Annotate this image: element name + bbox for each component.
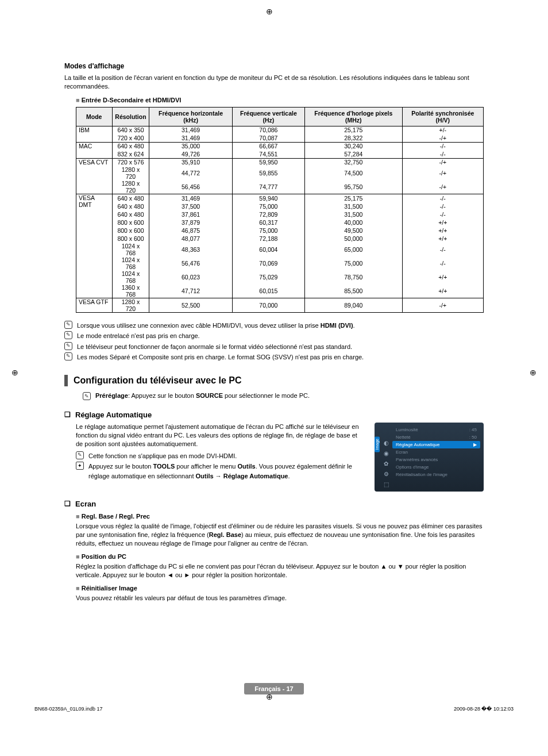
table-row: 1024 x 76856,47670,06975,000-/- [76, 256, 484, 270]
table-cell: 1280 x 720 [112, 298, 149, 312]
osd-label: Ecran [396, 450, 408, 455]
page-footer: Français - 17 [64, 683, 484, 694]
table-cell: 60,004 [232, 243, 304, 256]
table-cell: 31,469 [149, 126, 232, 134]
osd-tab-image: Image [375, 436, 380, 452]
prereglage-line: ✎ Préréglage: Appuyez sur le bouton SOUR… [83, 392, 484, 400]
table-cell: 57,284 [305, 150, 403, 158]
table-cell: -/- [402, 150, 483, 158]
table-cell: 70,087 [232, 134, 304, 142]
table-row: 720 x 40031,46970,08728,322-/+ [76, 134, 484, 142]
table-cell: 66,667 [232, 142, 304, 150]
header-bar-icon [64, 375, 68, 386]
table-cell: 89,040 [305, 298, 403, 312]
table-row: VESA DMT640 x 48031,46959,94025,175-/- [76, 194, 484, 202]
ecran-title: Ecran [64, 500, 484, 508]
table-cell: 49,726 [149, 150, 232, 158]
note-icon: ✎ [64, 342, 72, 350]
table-cell: 74,551 [232, 150, 304, 158]
table-row: MAC640 x 48035,00066,66730,240-/- [76, 142, 484, 150]
table-cell: 47,712 [149, 284, 232, 298]
note-line: ✎Le téléviseur peut fonctionner de façon… [64, 342, 484, 352]
heading-modes-affichage: Modes d'affichage [64, 62, 484, 70]
table-row: VESA GTF1280 x 72052,50070,00089,040-/+ [76, 298, 484, 312]
config-header: Configuration du téléviseur avec le PC [64, 375, 484, 386]
osd-side-icon: ◉ [383, 450, 389, 457]
table-cell: -/+ [402, 158, 483, 166]
table-cell: 720 x 400 [112, 134, 149, 142]
table-cell: 28,322 [305, 134, 403, 142]
table-cell: 56,456 [149, 180, 232, 194]
table-row: 1360 x 76847,71260,01585,500+/+ [76, 284, 484, 298]
table-cell: -/- [402, 210, 483, 218]
table-row: VESA CVT720 x 57635,91059,95032,750-/+ [76, 158, 484, 166]
table-cell: 37,861 [149, 210, 232, 218]
table-cell: 60,015 [232, 284, 304, 298]
osd-label: Netteté [396, 435, 411, 440]
table-row: 800 x 60048,07772,18850,000+/+ [76, 235, 484, 243]
table-cell: 35,000 [149, 142, 232, 150]
osd-label: Réglage Automatique [396, 442, 440, 447]
table-cell: 800 x 600 [112, 235, 149, 243]
osd-label: Réinitialisation de l'image [396, 472, 447, 477]
note-icon: ✎ [76, 451, 84, 459]
subheading-entree: Entrée D-Secondaire et HDMI/DVI [76, 97, 484, 103]
table-cell: -/- [402, 194, 483, 202]
table-cell: 40,000 [305, 218, 403, 227]
table-cell: 1024 x 768 [112, 243, 149, 256]
osd-value: ▶ [473, 442, 477, 447]
table-cell: 74,777 [232, 180, 304, 194]
table-cell: 95,750 [305, 180, 403, 194]
table-cell: 31,469 [149, 134, 232, 142]
osd-side-icon: ⚙ [383, 471, 389, 478]
table-cell: 49,500 [305, 227, 403, 235]
table-cell: -/+ [402, 166, 483, 180]
page-content: Modes d'affichage La taille et la positi… [0, 0, 548, 729]
table-cell: 720 x 576 [112, 158, 149, 166]
table-cell: 72,188 [232, 235, 304, 243]
reglage-note-2: ✦ Appuyez sur le bouton TOOLS pour affic… [76, 462, 363, 481]
table-header-cell: Fréquence horizontale (kHz) [149, 107, 232, 126]
table-cell: 640 x 480 [112, 194, 149, 202]
note-text: Le mode entrelacé n'est pas pris en char… [77, 331, 200, 341]
note-text: Les modes Séparé et Composite sont pris … [77, 352, 364, 362]
table-row: 800 x 60046,87575,00049,500+/+ [76, 227, 484, 235]
table-cell: 1360 x 768 [112, 284, 149, 298]
table-cell: 1024 x 768 [112, 270, 149, 284]
table-cell: 72,809 [232, 210, 304, 218]
print-file: BN68-02359A_01L09.indb 17 [34, 706, 103, 712]
table-cell: 37,500 [149, 202, 232, 210]
table-cell: 75,029 [232, 270, 304, 284]
table-cell: 50,000 [305, 235, 403, 243]
table-cell: +/+ [402, 218, 483, 227]
table-mode-cell: VESA GTF [76, 298, 113, 312]
table-row: 640 x 48037,86172,80931,500-/- [76, 210, 484, 218]
table-cell: 31,469 [149, 194, 232, 202]
table-cell: +/+ [402, 235, 483, 243]
display-modes-table: ModeRésolutionFréquence horizontale (kHz… [76, 107, 484, 313]
table-cell: 75,000 [305, 256, 403, 270]
table-row: IBM640 x 35031,46970,08625,175+/- [76, 126, 484, 134]
table-cell: 30,240 [305, 142, 403, 150]
table-cell: 640 x 480 [112, 210, 149, 218]
table-mode-cell: MAC [76, 142, 113, 158]
table-row: 1280 x 72056,45674,77795,750-/+ [76, 180, 484, 194]
intro-paragraph: La taille et la position de l'écran vari… [64, 74, 484, 91]
table-cell: 44,772 [149, 166, 232, 180]
table-cell: +/- [402, 126, 483, 134]
table-cell: 60,317 [232, 218, 304, 227]
registration-mark-bottom: ⊕ [266, 692, 273, 701]
note-line: ✎Lorsque vous utilisez une connexion ave… [64, 321, 484, 331]
osd-label: Luminosité [396, 427, 418, 432]
reglage-auto-title: Réglage Automatique [64, 410, 484, 419]
table-cell: 74,500 [305, 166, 403, 180]
table-cell: 1280 x 720 [112, 166, 149, 180]
table-cell: 800 x 600 [112, 218, 149, 227]
ecran-reinit-desc: Vous pouvez rétablir les valeurs par déf… [76, 594, 484, 603]
note-icon: ✎ [64, 352, 72, 360]
table-row: 640 x 48037,50075,00031,500-/- [76, 202, 484, 210]
table-cell: 70,000 [232, 298, 304, 312]
table-cell: 78,750 [305, 270, 403, 284]
osd-menu-preview: Image ◐ ◉ ✿ ⚙ ⬚ Luminosité: 45Netteté: 5… [375, 423, 484, 492]
table-row: 800 x 60037,87960,31740,000+/+ [76, 218, 484, 227]
